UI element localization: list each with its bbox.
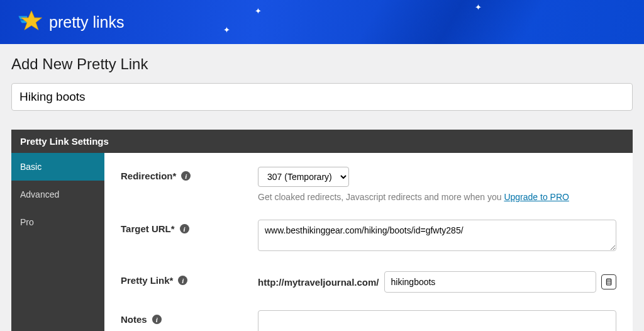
info-icon[interactable]: i (178, 276, 187, 285)
redirection-label: Redirection* i (121, 167, 258, 181)
settings-header: Pretty Link Settings (11, 130, 633, 153)
slug-input[interactable] (384, 271, 596, 293)
content-area: Add New Pretty Link Pretty Link Settings… (0, 44, 644, 331)
pretty-link-input-wrap: http://mytraveljournal.com/ (258, 271, 616, 293)
notes-label: Notes i (121, 310, 258, 325)
sparkle-icon: ✦ (223, 25, 230, 35)
label-text: Redirection* (121, 171, 176, 181)
hint-text: Get cloaked redirects, Javascript redire… (258, 192, 504, 202)
copy-icon[interactable] (601, 274, 616, 289)
redirection-select[interactable]: 307 (Temporary) (258, 167, 349, 187)
label-text: Target URL* (121, 223, 175, 234)
link-title-input[interactable] (11, 83, 633, 111)
star-icon (18, 8, 45, 36)
sparkle-icon: ✦ (475, 3, 482, 12)
field-notes: Notes i (121, 310, 616, 331)
notes-input-wrap (258, 310, 616, 331)
banner: pretty links ✦ ✦ ✦ (0, 0, 644, 44)
target-url-label: Target URL* i (121, 220, 258, 234)
settings-box: Pretty Link Settings Basic Advanced Pro … (11, 130, 633, 331)
tab-advanced[interactable]: Advanced (11, 181, 104, 208)
redirection-hint: Get cloaked redirects, Javascript redire… (258, 192, 616, 202)
tabs-sidebar: Basic Advanced Pro (11, 153, 104, 331)
page-title: Add New Pretty Link (11, 55, 633, 73)
pretty-link-label: Pretty Link* i (121, 271, 258, 286)
form-column: Redirection* i 307 (Temporary) Get cloak… (104, 153, 633, 331)
info-icon[interactable]: i (152, 315, 162, 324)
field-redirection: Redirection* i 307 (Temporary) Get cloak… (121, 167, 616, 202)
field-pretty-link: Pretty Link* i http://mytraveljournal.co… (121, 271, 616, 293)
slug-prefix: http://mytraveljournal.com/ (258, 277, 379, 288)
target-url-input-wrap: www.besthikinggear.com/hiking/boots/id=g… (258, 220, 616, 254)
logo: pretty links (18, 8, 124, 36)
redirection-input-wrap: 307 (Temporary) Get cloaked redirects, J… (258, 167, 616, 202)
info-icon[interactable]: i (180, 224, 189, 233)
sparkle-icon: ✦ (255, 6, 262, 16)
target-url-input[interactable]: www.besthikinggear.com/hiking/boots/id=g… (258, 220, 616, 251)
logo-text: pretty links (49, 13, 124, 31)
label-text: Pretty Link* (121, 275, 173, 286)
field-target-url: Target URL* i www.besthikinggear.com/hik… (121, 220, 616, 254)
tab-basic[interactable]: Basic (11, 153, 104, 181)
settings-body: Basic Advanced Pro Redirection* i 307 (T… (11, 153, 633, 331)
tab-pro[interactable]: Pro (11, 208, 104, 236)
notes-input[interactable] (258, 310, 616, 331)
upgrade-link[interactable]: Upgrade to PRO (504, 192, 569, 202)
info-icon[interactable]: i (181, 171, 191, 181)
label-text: Notes (121, 314, 147, 325)
